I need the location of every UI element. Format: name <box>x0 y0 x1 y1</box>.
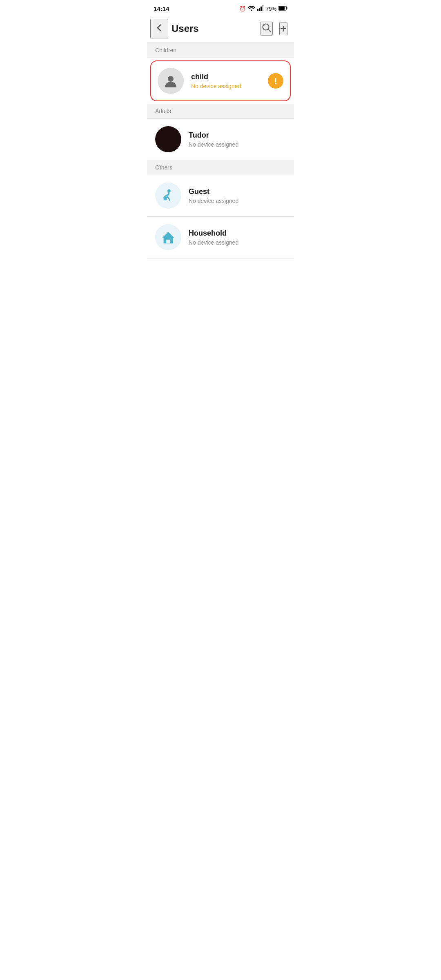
avatar-household <box>155 224 181 250</box>
svg-rect-4 <box>262 5 263 11</box>
user-name-child: child <box>191 73 268 81</box>
svg-point-0 <box>251 9 252 11</box>
alarm-icon: ⏰ <box>239 6 246 12</box>
bottom-divider <box>147 258 294 258</box>
section-others: Others Guest No device assigned <box>147 160 294 258</box>
section-adults: Adults Tudor No device assigned <box>147 104 294 160</box>
user-item-child[interactable]: child No device assigned ! <box>150 60 291 101</box>
status-time: 14:14 <box>154 5 169 12</box>
user-info-tudor: Tudor No device assigned <box>189 131 286 148</box>
add-button[interactable]: + <box>279 22 287 35</box>
avatar-child <box>158 68 184 94</box>
status-icons: ⏰ 79% <box>239 5 287 12</box>
user-name-tudor: Tudor <box>189 131 286 140</box>
user-info-household: Household No device assigned <box>189 229 286 246</box>
back-button[interactable] <box>150 19 168 38</box>
user-item-tudor[interactable]: Tudor No device assigned <box>147 119 294 160</box>
svg-rect-3 <box>261 7 262 11</box>
user-status-guest: No device assigned <box>189 198 286 204</box>
battery-icon <box>278 6 287 12</box>
section-header-others: Others <box>147 160 294 175</box>
svg-point-10 <box>168 76 174 82</box>
user-status-child: No device assigned <box>191 83 268 89</box>
svg-rect-1 <box>257 9 258 11</box>
user-name-household: Household <box>189 229 286 238</box>
user-status-household: No device assigned <box>189 239 286 246</box>
page-title: Users <box>172 23 261 34</box>
section-header-children: Children <box>147 43 294 58</box>
section-header-adults: Adults <box>147 104 294 119</box>
battery-text: 79% <box>266 6 276 12</box>
svg-rect-7 <box>287 7 287 9</box>
user-info-guest: Guest No device assigned <box>189 187 286 204</box>
user-name-guest: Guest <box>189 187 286 196</box>
top-bar-actions: + <box>261 22 287 36</box>
svg-rect-16 <box>164 196 167 200</box>
svg-rect-2 <box>259 8 260 11</box>
avatar-guest <box>155 183 181 209</box>
status-bar: 14:14 ⏰ 79% <box>147 0 294 16</box>
svg-line-15 <box>166 194 169 196</box>
user-item-guest[interactable]: Guest No device assigned <box>147 175 294 216</box>
svg-rect-6 <box>279 7 285 10</box>
svg-line-9 <box>268 29 271 32</box>
svg-rect-19 <box>166 240 170 244</box>
wifi-icon <box>248 5 255 12</box>
top-bar: Users + <box>147 16 294 43</box>
search-button[interactable] <box>261 22 273 36</box>
user-status-tudor: No device assigned <box>189 141 286 148</box>
avatar-tudor <box>155 126 181 152</box>
svg-line-14 <box>167 196 170 200</box>
user-info-child: child No device assigned <box>191 73 268 89</box>
signal-icon <box>257 5 264 12</box>
warning-badge-child: ! <box>268 73 283 89</box>
section-children: Children child No device assigned ! <box>147 43 294 101</box>
user-item-household[interactable]: Household No device assigned <box>147 217 294 258</box>
